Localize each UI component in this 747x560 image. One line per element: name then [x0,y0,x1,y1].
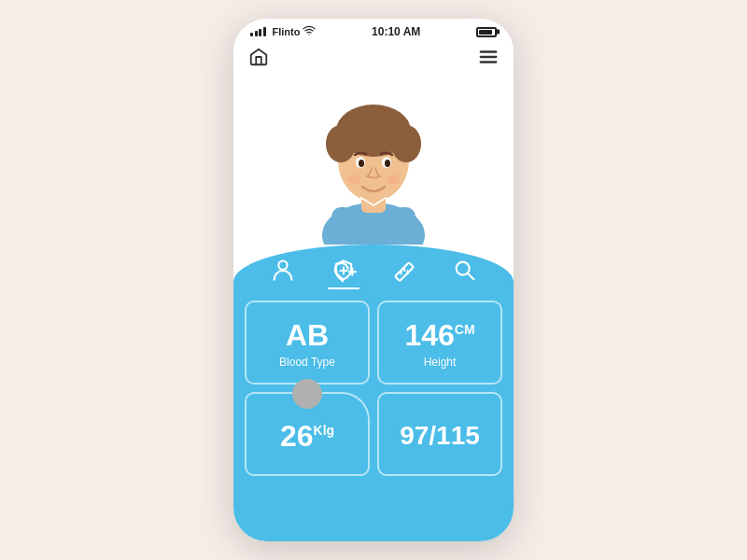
weight-card[interactable]: 26Klg [245,392,370,476]
svg-point-16 [385,160,390,167]
height-value: 146CM [404,320,474,350]
svg-point-17 [347,175,360,184]
person-illustration [313,86,434,245]
scroll-handle[interactable] [292,379,322,409]
signal-bars [250,27,266,36]
weight-value: 26Klg [280,421,334,451]
bp-card[interactable]: 97/115 [377,392,502,476]
blood-type-value: AB [286,320,329,350]
carrier-label: Flinto [273,26,301,37]
bp-value: 97/115 [400,423,480,449]
stats-grid: AB Blood Type 146CM Height 26Klg 97/ [233,293,514,483]
status-left: Flinto [250,24,316,39]
photo-area [233,77,514,245]
signal-bar-1 [250,33,253,36]
svg-point-19 [278,261,287,270]
svg-point-12 [355,110,392,133]
blood-type-card[interactable]: AB Blood Type [245,301,370,385]
status-right [476,27,497,37]
svg-point-18 [387,175,400,184]
svg-rect-22 [395,262,414,281]
battery-icon [476,27,497,37]
time-display: 10:10 AM [372,25,420,38]
svg-line-27 [467,273,472,279]
signal-bar-2 [255,31,258,36]
wifi-icon [303,24,316,39]
measure-nav-icon[interactable] [391,258,417,284]
home-button[interactable] [248,47,269,71]
signal-bar-3 [259,29,261,36]
height-label: Height [424,356,457,369]
status-bar: Flinto 10:10 AM [233,19,514,43]
phone-frame: Flinto 10:10 AM [233,19,514,541]
health-nav-icon[interactable] [331,258,357,284]
person-photo [299,77,448,245]
svg-point-15 [359,160,364,167]
menu-button[interactable] [478,47,499,71]
battery-fill [479,30,492,35]
blue-section: AB Blood Type 146CM Height 26Klg 97/ [233,245,514,541]
person-nav-icon[interactable] [270,258,296,284]
signal-bar-4 [263,27,266,36]
icons-row [233,245,514,293]
top-nav [233,43,514,77]
height-card[interactable]: 146CM Height [377,301,502,385]
blood-type-label: Blood Type [279,356,335,369]
search-nav-icon[interactable] [452,258,478,284]
